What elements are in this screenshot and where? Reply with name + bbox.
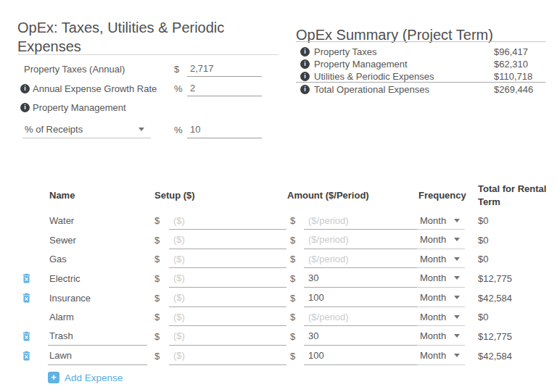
frequency-value: Month xyxy=(420,215,446,226)
trash-icon xyxy=(21,292,32,304)
property-taxes-input[interactable] xyxy=(187,61,262,77)
chevron-down-icon xyxy=(454,219,460,222)
management-rate-input[interactable] xyxy=(187,121,262,138)
amount-input[interactable] xyxy=(304,250,423,268)
frequency-dropdown[interactable]: Month xyxy=(417,328,465,346)
frequency-value: Month xyxy=(420,292,446,303)
frequency-value: Month xyxy=(420,330,446,341)
table-row: Alarm $ $ Month $0 xyxy=(0,307,557,327)
total-for-rental-term: $0 xyxy=(478,231,488,249)
info-icon[interactable] xyxy=(300,85,310,94)
amount-input[interactable] xyxy=(304,289,423,307)
trash-icon xyxy=(21,272,32,284)
setup-input[interactable] xyxy=(169,328,286,346)
chevron-down-icon xyxy=(454,334,460,338)
table-row: Water $ $ Month $0 xyxy=(0,211,557,230)
setup-input[interactable] xyxy=(169,231,286,249)
property-taxes-row: Property Taxes (Annual) $ xyxy=(17,61,262,77)
summary-row: Property Management $62,310 xyxy=(297,58,545,70)
management-method-row: % of Receipts % xyxy=(17,121,262,138)
summary-label: Property Taxes xyxy=(314,46,376,57)
frequency-dropdown[interactable]: Month xyxy=(417,308,465,326)
setup-currency-symbol: $ xyxy=(154,250,160,268)
frequency-value: Month xyxy=(420,350,446,361)
setup-input[interactable] xyxy=(169,250,286,268)
trash-icon xyxy=(21,330,32,342)
plus-icon xyxy=(48,372,59,383)
trash-icon xyxy=(21,350,32,362)
chevron-down-icon xyxy=(139,128,144,131)
column-header-setup: Setup ($) xyxy=(154,190,195,201)
delete-expense-button[interactable] xyxy=(21,350,33,362)
info-icon[interactable] xyxy=(20,103,30,112)
growth-rate-input[interactable] xyxy=(187,80,262,96)
add-expense-label: Add Expense xyxy=(65,372,123,383)
expense-name: Insurance xyxy=(48,289,147,307)
amount-input[interactable] xyxy=(304,270,423,288)
frequency-dropdown[interactable]: Month xyxy=(417,231,465,249)
setup-currency-symbol: $ xyxy=(154,231,160,249)
frequency-dropdown[interactable]: Month xyxy=(417,347,465,365)
frequency-dropdown[interactable]: Month xyxy=(417,250,465,268)
total-for-rental-term: $0 xyxy=(478,212,488,230)
summary-value: $62,310 xyxy=(494,59,528,70)
column-header-amount: Amount ($/Period) xyxy=(287,190,369,201)
info-icon[interactable] xyxy=(300,59,310,69)
summary-value: $96,417 xyxy=(494,46,528,57)
management-method-dropdown[interactable]: % of Receipts xyxy=(22,121,151,138)
delete-expense-button[interactable] xyxy=(21,272,33,284)
chevron-down-icon xyxy=(454,257,460,261)
summary-total-label: Total Operational Expenses xyxy=(314,84,429,95)
expense-name: Sewer xyxy=(48,231,147,249)
opex-summary-panel: OpEx Summary (Project Term) Property Tax… xyxy=(296,10,545,104)
summary-row: Utilities & Periodic Expenses $110,718 xyxy=(297,70,545,83)
amount-currency-symbol: $ xyxy=(290,250,295,268)
info-icon[interactable] xyxy=(300,72,310,81)
summary-divider-top xyxy=(296,41,545,42)
amount-currency-symbol: $ xyxy=(290,212,295,230)
amount-input[interactable] xyxy=(304,308,423,326)
frequency-value: Month xyxy=(420,254,446,264)
chevron-down-icon xyxy=(454,315,460,319)
info-icon[interactable] xyxy=(300,47,310,57)
expense-name[interactable]: Lawn xyxy=(48,347,147,365)
setup-input[interactable] xyxy=(169,212,286,230)
setup-currency-symbol: $ xyxy=(154,289,160,307)
amount-input[interactable] xyxy=(304,231,423,249)
total-for-rental-term: $42,584 xyxy=(478,289,512,307)
amount-currency-symbol: $ xyxy=(290,347,295,365)
amount-input[interactable] xyxy=(304,328,423,346)
table-row: Sewer $ $ Month $0 xyxy=(0,230,557,250)
table-row: Gas $ $ Month $0 xyxy=(0,249,557,269)
frequency-dropdown[interactable]: Month xyxy=(417,270,465,288)
chevron-down-icon xyxy=(454,354,460,357)
expense-name[interactable]: Trash xyxy=(48,328,147,346)
setup-currency-symbol: $ xyxy=(154,347,160,365)
delete-expense-button[interactable] xyxy=(21,330,33,342)
frequency-dropdown[interactable]: Month xyxy=(417,212,465,230)
expense-name: Alarm xyxy=(48,308,147,326)
table-row: Insurance $ $ Month $42,584 xyxy=(0,288,557,308)
setup-input[interactable] xyxy=(169,289,286,307)
column-header-frequency: Frequency xyxy=(418,190,466,201)
setup-input[interactable] xyxy=(169,347,286,365)
frequency-dropdown[interactable]: Month xyxy=(417,289,465,307)
setup-input[interactable] xyxy=(169,308,286,326)
setup-input[interactable] xyxy=(169,270,286,288)
add-expense-button[interactable]: Add Expense xyxy=(48,372,123,383)
setup-currency-symbol: $ xyxy=(154,308,160,326)
summary-label: Utilities & Periodic Expenses xyxy=(314,71,434,82)
amount-currency-symbol: $ xyxy=(290,270,295,288)
expense-name: Gas xyxy=(48,250,147,268)
summary-total-row: Total Operational Expenses $269,446 xyxy=(297,83,545,96)
total-for-rental-term: $0 xyxy=(478,250,488,268)
amount-currency-symbol: $ xyxy=(290,328,295,346)
amount-input[interactable] xyxy=(304,212,423,230)
dollar-symbol: $ xyxy=(174,64,179,75)
amount-input[interactable] xyxy=(304,347,423,365)
delete-expense-button[interactable] xyxy=(21,292,33,304)
info-icon[interactable] xyxy=(20,84,30,93)
summary-divider-total xyxy=(296,82,545,83)
amount-currency-symbol: $ xyxy=(290,308,295,326)
property-management-row: Property Management xyxy=(17,99,262,115)
